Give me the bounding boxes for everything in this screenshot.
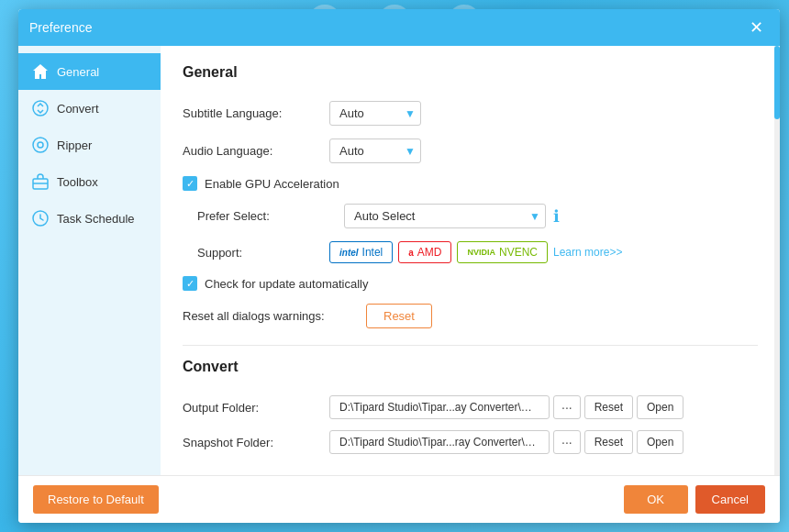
close-button[interactable]: ✕: [744, 16, 769, 39]
update-checkmark: ✓: [186, 279, 194, 289]
scrollbar-thumb: [774, 46, 780, 119]
output-folder-row: Output Folder: D:\Tipard Studio\Tipar...…: [183, 395, 758, 419]
prefer-select-dropdown[interactable]: Auto Select Intel AMD NVIDIA NVENC: [344, 204, 546, 228]
learn-more-link[interactable]: Learn more>>: [553, 246, 622, 259]
output-folder-label: Output Folder:: [183, 401, 329, 415]
restore-default-button[interactable]: Restore to Default: [33, 485, 159, 514]
sidebar-item-general[interactable]: General: [18, 53, 161, 90]
audio-language-row: Audio Language: Auto English Chinese ▼: [183, 139, 758, 163]
dialog-title: Preference: [29, 20, 744, 35]
gpu-checkbox[interactable]: ✓: [183, 176, 197, 191]
intel-label: Intel: [362, 246, 383, 259]
audio-language-control: Auto English Chinese ▼: [329, 139, 421, 163]
output-folder-reset-button[interactable]: Reset: [584, 395, 633, 419]
support-chips: intel Intel a AMD NVIDIA NVENC Learn mor…: [329, 241, 622, 263]
snapshot-folder-dots-button[interactable]: ···: [553, 430, 581, 454]
sidebar-label-convert: Convert: [57, 102, 99, 116]
sidebar-item-convert[interactable]: Convert: [18, 90, 161, 127]
subtitle-language-select-box: Auto English Chinese ▼: [329, 101, 421, 126]
clock-icon: [31, 209, 50, 227]
sidebar-label-ripper: Ripper: [57, 139, 92, 152]
prefer-select-box: Auto Select Intel AMD NVIDIA NVENC ▼: [344, 204, 546, 228]
convert-icon: [31, 99, 50, 117]
chip-amd: a AMD: [398, 241, 451, 263]
sidebar-item-toolbox[interactable]: Toolbox: [18, 163, 161, 200]
home-icon: [31, 62, 50, 81]
snapshot-folder-label: Snapshot Folder:: [183, 436, 329, 449]
svg-point-2: [38, 142, 43, 148]
subtitle-language-control: Auto English Chinese ▼: [329, 101, 421, 126]
gpu-acceleration-row: ✓ Enable GPU Acceleration: [183, 176, 758, 191]
sidebar-item-ripper[interactable]: Ripper: [18, 127, 161, 163]
footer-right: OK Cancel: [624, 485, 765, 514]
subtitle-language-row: Subtitle Language: Auto English Chinese …: [183, 101, 758, 126]
prefer-select-label: Prefer Select:: [197, 209, 344, 223]
prefer-select-control: Auto Select Intel AMD NVIDIA NVENC ▼ ℹ: [344, 204, 560, 228]
svg-point-1: [33, 138, 48, 152]
disc-icon: [31, 136, 50, 154]
update-checkbox[interactable]: ✓: [183, 276, 197, 291]
gpu-checkmark: ✓: [186, 179, 194, 189]
reset-dialogs-label: Reset all dialogs warnings:: [183, 309, 366, 323]
update-label: Check for update automatically: [205, 277, 368, 291]
gpu-label: Enable GPU Acceleration: [205, 177, 339, 191]
audio-language-label: Audio Language:: [183, 144, 329, 158]
sidebar-label-task-schedule: Task Schedule: [57, 212, 135, 226]
info-icon[interactable]: ℹ: [553, 206, 560, 227]
sidebar-label-general: General: [57, 65, 99, 79]
scrollbar-track: [774, 46, 780, 475]
sidebar-label-toolbox: Toolbox: [57, 175, 98, 189]
output-folder-input[interactable]: D:\Tipard Studio\Tipar...ay Converter\Co…: [329, 395, 550, 419]
nvidia-label: NVENC: [499, 246, 538, 259]
toolbox-icon: [31, 172, 50, 191]
output-folder-dots-button[interactable]: ···: [553, 395, 581, 419]
output-folder-open-button[interactable]: Open: [637, 395, 683, 419]
intel-icon: intel: [339, 248, 359, 258]
audio-language-select-box: Auto English Chinese ▼: [329, 139, 421, 163]
chip-nvidia: NVIDIA NVENC: [457, 241, 548, 263]
reset-dialogs-row: Reset all dialogs warnings: Reset: [183, 304, 758, 328]
sidebar-item-task-schedule[interactable]: Task Schedule: [18, 200, 161, 237]
nvidia-icon: NVIDIA: [467, 248, 495, 257]
cancel-button[interactable]: Cancel: [695, 485, 765, 514]
update-check-row: ✓ Check for update automatically: [183, 276, 758, 291]
sidebar: General Convert Ripper: [18, 46, 161, 475]
title-bar: Preference ✕: [18, 9, 780, 46]
general-section-title: General: [183, 64, 758, 86]
support-label: Support:: [183, 246, 329, 260]
output-folder-actions: ··· Reset Open: [553, 395, 683, 419]
support-row: Support: intel Intel a AMD NVIDIA NVENC …: [183, 241, 758, 263]
subtitle-language-label: Subtitle Language:: [183, 106, 329, 120]
chip-intel: intel Intel: [329, 241, 393, 263]
snapshot-folder-input[interactable]: D:\Tipard Studio\Tipar...ray Converter\S…: [329, 430, 550, 454]
main-content: General Subtitle Language: Auto English …: [161, 46, 780, 475]
snapshot-folder-row: Snapshot Folder: D:\Tipard Studio\Tipar.…: [183, 430, 758, 454]
reset-dialogs-button[interactable]: Reset: [366, 304, 432, 328]
amd-icon: a: [408, 248, 414, 258]
convert-section-title: Convert: [183, 359, 758, 381]
prefer-select-row: Prefer Select: Auto Select Intel AMD NVI…: [183, 204, 758, 228]
snapshot-folder-actions: ··· Reset Open: [553, 430, 683, 454]
section-divider: [183, 345, 758, 346]
dialog-body: General Convert Ripper: [18, 46, 780, 475]
subtitle-language-select[interactable]: Auto English Chinese: [329, 101, 421, 126]
snapshot-folder-open-button[interactable]: Open: [637, 430, 683, 454]
ok-button[interactable]: OK: [624, 485, 688, 514]
snapshot-folder-reset-button[interactable]: Reset: [584, 430, 633, 454]
audio-language-select[interactable]: Auto English Chinese: [329, 139, 421, 163]
dialog-footer: Restore to Default OK Cancel: [18, 475, 780, 523]
preference-dialog: Preference ✕ General Convert: [18, 9, 780, 523]
amd-label: AMD: [417, 246, 442, 259]
